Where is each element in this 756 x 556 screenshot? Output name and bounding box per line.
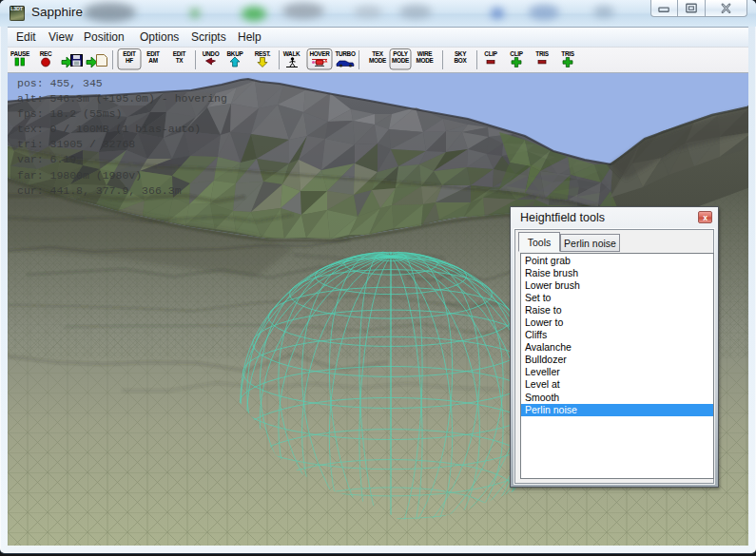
svg-text:HOVER: HOVER bbox=[309, 50, 330, 57]
svg-text:MODE: MODE bbox=[417, 57, 435, 64]
svg-text:BKUP: BKUP bbox=[227, 50, 244, 57]
svg-text:WALK: WALK bbox=[283, 50, 300, 57]
svg-text:BOX: BOX bbox=[455, 57, 468, 64]
svg-text:REST.: REST. bbox=[255, 50, 271, 57]
svg-text:TX: TX bbox=[176, 57, 184, 64]
svg-text:HF: HF bbox=[126, 57, 133, 64]
svg-text:REC: REC bbox=[40, 50, 52, 57]
svg-text:PAUSE: PAUSE bbox=[10, 50, 30, 57]
svg-text:CLIP: CLIP bbox=[510, 50, 523, 57]
svg-text:CLIP: CLIP bbox=[484, 50, 497, 57]
svg-text:TRIS: TRIS bbox=[561, 50, 574, 57]
svg-text:MODE: MODE bbox=[369, 57, 387, 64]
svg-text:AM: AM bbox=[148, 57, 157, 64]
svg-text:TURBO: TURBO bbox=[335, 50, 356, 57]
svg-text:MODE: MODE bbox=[392, 57, 410, 64]
svg-text:UNDO: UNDO bbox=[203, 50, 220, 57]
svg-text:TRIS: TRIS bbox=[535, 50, 549, 57]
